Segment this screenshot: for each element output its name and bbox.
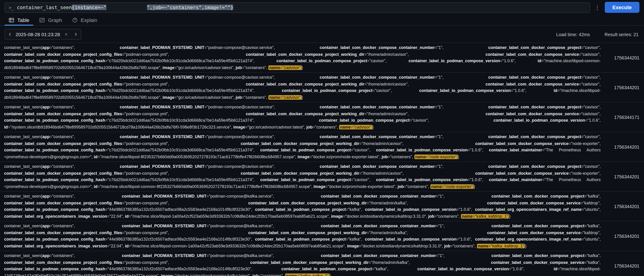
chevron-right-icon [74, 32, 78, 37]
query-redacted-value [106, 5, 147, 10]
clear-time-icon[interactable]: ✕ [62, 32, 71, 36]
series-value: 1756344201 [605, 55, 644, 60]
load-time-text: Load time: 42ms [556, 32, 590, 37]
series-row: container_last_seen{app="containers", co… [0, 221, 644, 251]
query-selection-close: ",job=~"containers",image!=""} [147, 5, 233, 10]
highlighted-name-label[interactable]: name="cadvisor" [268, 95, 302, 99]
highlighted-name-label[interactable]: name="kafka_kafdrop_1" [477, 243, 525, 248]
series-value: 1756344201 [605, 144, 644, 149]
more-options-icon[interactable]: ⋮ [594, 4, 601, 10]
tab-explain-label: Explain [81, 17, 97, 23]
result-series-text: Result series: 21 [604, 32, 638, 37]
query-bar: >_ container_last_seen{instance=~" ",job… [0, 0, 644, 15]
highlighted-name-label[interactable]: name="cadvisor" [268, 65, 302, 70]
graph-icon [40, 17, 45, 23]
tab-explain[interactable]: Explain [67, 15, 102, 25]
query-selection-open: {instance=~" [72, 5, 106, 10]
series-labels: container_last_seen{app="containers", co… [0, 223, 605, 249]
timestamp-picker: 2025-08-28 01:23:28 ✕ [4, 29, 81, 40]
timestamp-input[interactable]: 2025-08-28 01:23:28 [15, 32, 62, 37]
series-table: container_last_seen{app="containers", co… [0, 43, 644, 276]
series-value: 1756344201 [605, 233, 644, 238]
highlighted-name-label[interactable]: name="kafka_kafdrop_1" [461, 214, 509, 218]
series-labels: container_last_seen{app="containers", co… [0, 252, 605, 276]
explain-icon [72, 17, 78, 23]
series-row: container_last_seen{app="containers", co… [0, 192, 644, 221]
series-labels: container_last_seen{app="containers", co… [0, 74, 605, 101]
series-labels: container_last_seen{app="containers", co… [0, 193, 605, 219]
highlighted-name-label[interactable]: name="kafka_kafka_1" [285, 273, 330, 276]
series-labels: container_last_seen{app="containers", co… [0, 104, 605, 130]
highlighted-name-label[interactable]: name="node-exporter" [430, 184, 474, 189]
series-value: 1756344201 [605, 204, 644, 209]
query-metric: container_last_seen [17, 5, 72, 10]
series-row: container_last_seen{app="containers", co… [0, 102, 644, 132]
table-icon [9, 17, 14, 23]
chevron-left-icon [8, 32, 12, 37]
series-row: container_last_seen{app="containers", co… [0, 43, 644, 73]
series-labels: container_last_seen{app="containers", co… [0, 133, 605, 160]
app: >_ container_last_seen{instance=~" ",job… [0, 0, 644, 276]
series-value: 1756344171 [605, 114, 644, 120]
tab-table-label: Table [17, 17, 30, 23]
execute-button[interactable]: Execute [605, 2, 640, 13]
series-labels: container_last_seen{app="containers", co… [0, 44, 605, 71]
series-row: container_last_seen{app="containers", co… [0, 73, 644, 102]
query-stats: Load time: 42ms Result series: 21 [556, 32, 640, 37]
results-toolbar: 2025-08-28 01:23:28 ✕ Load time: 42ms Re… [0, 26, 644, 43]
query-text: container_last_seen{instance=~" ",job=~"… [17, 5, 233, 10]
series-value: 1756344201 [605, 174, 644, 179]
tab-graph-label: Graph [48, 17, 62, 23]
series-row: container_last_seen{app="containers", co… [0, 162, 644, 192]
series-value: 1756344201 [605, 85, 644, 90]
highlighted-name-label[interactable]: name="cadvisor" [339, 125, 372, 129]
series-value: 1756344201 [605, 263, 644, 268]
tab-graph[interactable]: Graph [34, 15, 67, 25]
expression-input[interactable]: >_ container_last_seen{instance=~" ",job… [4, 2, 590, 13]
highlighted-name-label[interactable]: name="node-exporter" [414, 154, 458, 159]
panel-tabs: Table Graph Explain [0, 15, 644, 26]
terminal-prompt-icon: >_ [9, 5, 13, 10]
series-row: container_last_seen{app="containers", co… [0, 132, 644, 162]
tab-table[interactable]: Table [4, 15, 34, 25]
series-row: container_last_seen{app="containers", co… [0, 251, 644, 276]
previous-time-button[interactable] [5, 29, 15, 39]
series-labels: container_last_seen{app="containers", co… [0, 163, 605, 190]
next-time-button[interactable] [71, 29, 81, 39]
